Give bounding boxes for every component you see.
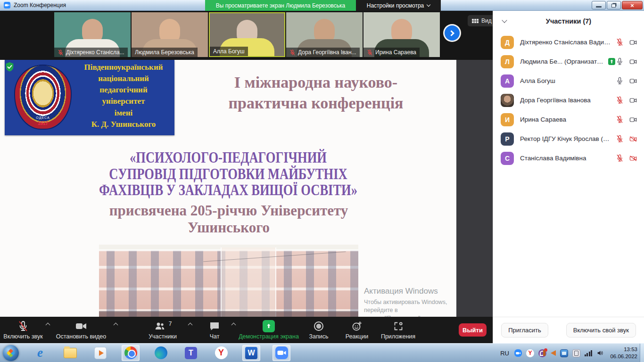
participant-name-label: Дора Георгіївна Іван... — [298, 49, 356, 56]
unmute-self-button[interactable]: Включить свой звук — [566, 323, 636, 337]
close-button[interactable]: × — [622, 1, 643, 9]
video-thumbnail[interactable]: Ирина Сараева — [363, 12, 440, 57]
windows-taskbar: e T Y W RU Y 13:53 06.06.2022 — [0, 343, 644, 362]
video-thumbnail[interactable]: Дора Георгіївна Іван... — [286, 12, 363, 57]
reactions-button[interactable]: Реакции — [338, 320, 376, 340]
video-options-chevron-icon[interactable] — [114, 323, 118, 328]
participant-name: Ректор ІДГУ Кічук Ярослав (м. І... — [520, 135, 612, 142]
participant-row[interactable]: И Ирина Сараева — [493, 110, 644, 129]
taskbar-word[interactable]: W — [242, 345, 260, 361]
participants-panel: Участники (7) Д Діхтяренко Станіслава Ва… — [493, 11, 644, 343]
participant-name-label: Людмила Березовська — [135, 49, 194, 56]
next-page-button[interactable] — [445, 25, 460, 41]
camera-on-icon — [629, 77, 637, 85]
taskbar-edge[interactable] — [152, 345, 170, 361]
clock-date: 06.06.2022 — [610, 353, 637, 360]
chat-options-chevron-icon[interactable] — [231, 323, 236, 328]
mic-muted-icon — [616, 38, 624, 46]
video-thumbnail[interactable]: Людмила Березовська — [132, 12, 208, 57]
invite-button[interactable]: Пригласить — [501, 323, 548, 337]
reactions-icon — [351, 321, 363, 332]
stop-video-button[interactable]: Остановить видео — [53, 320, 109, 340]
chevron-down-icon — [427, 3, 430, 7]
volume-mixer-icon[interactable] — [551, 350, 556, 356]
yandex-browser-icon: Y — [215, 346, 228, 359]
taskbar-media-player[interactable] — [91, 345, 109, 361]
chat-button[interactable]: Чат — [200, 320, 229, 340]
chevron-right-icon — [448, 30, 454, 36]
shared-screen-area: ОДЕСА 1817 Південноукраїнський національ… — [0, 60, 493, 317]
camera-on-icon — [629, 97, 637, 104]
mic-muted-icon — [58, 49, 64, 56]
record-button[interactable]: Запись — [304, 320, 333, 340]
mic-on-icon — [616, 77, 624, 85]
minimize-icon — [596, 6, 602, 8]
minimize-button[interactable] — [592, 1, 606, 9]
apps-label: Приложения — [381, 333, 415, 340]
taskbar-clock[interactable]: 13:53 06.06.2022 — [610, 346, 637, 360]
participants-options-chevron-icon[interactable] — [188, 323, 193, 328]
video-thumbnail-active-speaker[interactable]: Алла Богуш — [209, 12, 285, 57]
restore-button[interactable] — [607, 1, 621, 9]
view-button[interactable]: Вид — [468, 15, 496, 26]
share-screen-button[interactable]: Демонстрация экрана — [236, 320, 302, 340]
participant-name: Станіслава Вадимівна — [520, 155, 612, 162]
network-app-tray-icon[interactable] — [560, 349, 568, 357]
avatar: Р — [501, 132, 514, 146]
taskbar-chrome[interactable] — [122, 345, 140, 361]
avatar: И — [501, 113, 514, 126]
mic-muted-icon — [17, 321, 29, 332]
mic-muted-icon — [616, 96, 624, 104]
participants-label: Участники — [149, 333, 177, 340]
participant-row[interactable]: Л Людмила Бе... (Организатор) — [493, 52, 644, 71]
participant-name-label: Ирина Сараева — [375, 49, 416, 56]
start-button[interactable] — [3, 345, 19, 361]
internet-explorer-icon: e — [33, 346, 47, 360]
participant-row[interactable]: Дора Георгіївна Іванова — [493, 90, 644, 110]
video-thumbnail[interactable]: Діхтяренко Станісла... — [54, 12, 131, 57]
zoom-tray-icon[interactable] — [514, 349, 522, 357]
chat-label: Чат — [210, 333, 220, 340]
unmute-button[interactable]: Включить звук — [2, 320, 44, 340]
unmute-label: Включить звук — [3, 333, 42, 340]
yandex-tray-icon[interactable]: Y — [526, 349, 534, 357]
meeting-security-shield-icon[interactable] — [5, 62, 15, 73]
show-desktop-button[interactable] — [640, 344, 644, 362]
clock-time: 13:53 — [610, 346, 637, 353]
system-tray: RU Y 13:53 06.06.2022 — [500, 344, 637, 362]
word-icon: W — [245, 347, 257, 359]
participant-row[interactable]: Р Ректор ІДГУ Кічук Ярослав (м. І... — [493, 129, 644, 148]
taskbar-teams[interactable]: T — [182, 345, 200, 361]
language-indicator[interactable]: RU — [500, 350, 509, 357]
window-title: Zoom Конференция — [14, 2, 66, 8]
video-thumbnails-strip: Діхтяренко Станісла... Людмила Березовсь… — [0, 11, 493, 60]
participants-count-badge: 7 — [169, 321, 172, 327]
participant-row[interactable]: А Алла Богуш — [493, 71, 644, 90]
mic-muted-icon — [616, 135, 624, 143]
zoom-title-bar: Zoom Конференция Вы просматриваете экран… — [0, 0, 644, 11]
viewing-screen-banner: Вы просматриваете экран Людмила Березовс… — [205, 0, 356, 11]
participant-row[interactable]: С Станіслава Вадимівна — [493, 148, 644, 168]
taskbar-file-explorer[interactable] — [61, 345, 79, 361]
camera-off-icon — [629, 135, 637, 143]
participants-button[interactable]: 7 Участники — [139, 320, 186, 340]
speaker-icon[interactable] — [596, 349, 604, 357]
audio-options-chevron-icon[interactable] — [46, 323, 50, 328]
mic-muted-icon — [367, 49, 373, 56]
taskbar-yandex[interactable]: Y — [212, 345, 230, 361]
conference-title: І міжнародна науково- практична конферен… — [177, 72, 455, 114]
clipboard-tray-icon[interactable] — [572, 349, 580, 357]
view-settings-button[interactable]: Настройки просмотра — [356, 0, 441, 11]
participant-row[interactable]: Д Діхтяренко Станіслава Вади... (Я) — [493, 33, 644, 52]
network-signal-icon[interactable] — [585, 350, 593, 356]
participants-icon — [154, 321, 166, 332]
university-name: Південноукраїнський національний педагог… — [74, 62, 173, 130]
watermark-title: Активация Windows — [364, 287, 475, 296]
leave-meeting-button[interactable]: Выйти — [459, 323, 487, 337]
avatar: Д — [501, 36, 514, 49]
participant-name: Алла Богуш — [520, 77, 612, 84]
taskbar-zoom[interactable] — [272, 345, 290, 361]
apps-button[interactable]: Приложения — [376, 320, 421, 340]
teams-icon: T — [185, 347, 197, 359]
taskbar-internet-explorer[interactable]: e — [31, 345, 49, 361]
